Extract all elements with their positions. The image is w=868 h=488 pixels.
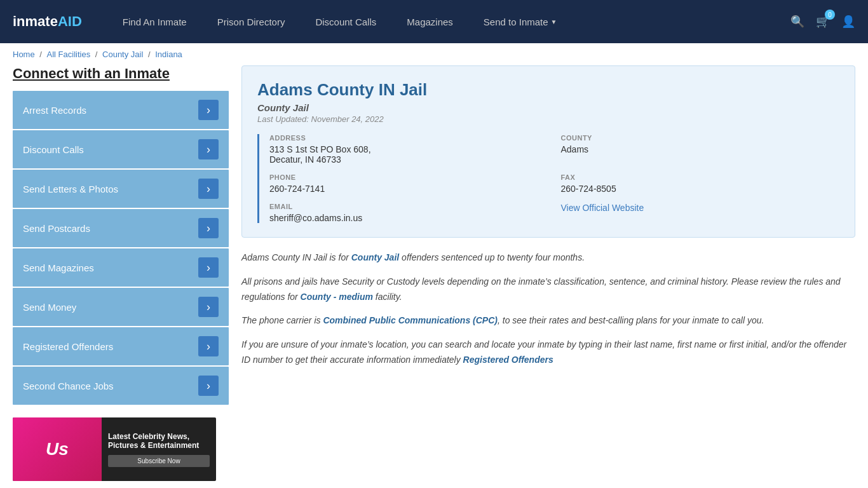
main-content: Connect with an Inmate Arrest Records › … (0, 65, 868, 488)
nav-icons: 🔍 🛒 0 👤 (790, 15, 855, 29)
registered-offenders-link[interactable]: Registered Offenders (463, 355, 553, 365)
breadcrumb-home[interactable]: Home (13, 50, 35, 59)
facility-name: Adams County IN Jail (257, 80, 839, 100)
facility-updated: Last Updated: November 24, 2022 (257, 114, 839, 124)
nav-discount-calls[interactable]: Discount Calls (300, 0, 391, 43)
sidebar-item-label: Second Chance Jobs (23, 381, 114, 391)
sidebar-title: Connect with an Inmate (13, 65, 229, 82)
desc-p3: The phone carrier is Combined Public Com… (241, 313, 855, 329)
ad-text: Latest Celebrity News, Pictures & Entert… (102, 426, 216, 473)
cpc-link[interactable]: Combined Public Communications (CPC) (323, 315, 498, 325)
email-value: sheriff@co.adams.in.us (269, 213, 548, 223)
breadcrumb-indiana[interactable]: Indiana (155, 50, 182, 59)
breadcrumb: Home / All Facilities / County Jail / In… (0, 43, 868, 65)
logo[interactable]: inmateAID (13, 13, 82, 30)
facility-type: County Jail (257, 102, 839, 113)
ad-brand: Us (13, 417, 102, 481)
nav-find-inmate[interactable]: Find An Inmate (107, 0, 202, 43)
sidebar-item-label: Send Letters & Photos (23, 184, 118, 194)
sidebar-item-send-money[interactable]: Send Money › (13, 288, 229, 326)
sidebar-item-label: Send Magazines (23, 262, 94, 273)
nav-prison-directory[interactable]: Prison Directory (202, 0, 301, 43)
arrow-icon: › (198, 376, 219, 396)
address-label: ADDRESS (269, 134, 548, 142)
fax-block: FAX 260-724-8505 (561, 173, 840, 194)
email-label: EMAIL (269, 203, 548, 210)
desc-p1: Adams County IN Jail is for County Jail … (241, 250, 855, 266)
sidebar: Connect with an Inmate Arrest Records › … (13, 65, 229, 481)
sidebar-item-send-magazines[interactable]: Send Magazines › (13, 248, 229, 287)
logo-aid-text: AID (58, 13, 82, 30)
phone-label: PHONE (269, 173, 548, 181)
sidebar-item-label: Arrest Records (23, 105, 86, 116)
ad-subscribe-button[interactable]: Subscribe Now (108, 455, 210, 467)
desc-p4: If you are unsure of your inmate’s locat… (241, 337, 855, 368)
logo-inmate-text: inmate (13, 13, 58, 30)
search-icon[interactable]: 🔍 (790, 15, 804, 29)
user-icon[interactable]: 👤 (841, 15, 855, 29)
desc-p2: All prisons and jails have Security or C… (241, 274, 855, 305)
facility-content: Adams County IN Jail County Jail Last Up… (241, 65, 855, 481)
nav-links: Find An Inmate Prison Directory Discount… (107, 0, 790, 43)
ad-headline: Latest Celebrity News, Pictures & Entert… (108, 432, 210, 450)
arrow-icon: › (198, 218, 219, 238)
sidebar-item-label: Registered Offenders (23, 341, 113, 352)
address-block: ADDRESS 313 S 1st St PO Box 608, Decatur… (269, 134, 548, 165)
cart-icon[interactable]: 🛒 0 (816, 15, 830, 29)
facility-description: Adams County IN Jail is for County Jail … (241, 250, 855, 368)
arrow-icon: › (198, 100, 219, 120)
arrow-icon: › (198, 297, 219, 317)
county-block: COUNTY Adams (561, 134, 840, 165)
county-label: COUNTY (561, 134, 840, 142)
sidebar-item-second-chance-jobs[interactable]: Second Chance Jobs › (13, 367, 229, 405)
sidebar-item-discount-calls[interactable]: Discount Calls › (13, 130, 229, 168)
arrow-icon: › (198, 139, 219, 159)
phone-block: PHONE 260-724-7141 (269, 173, 548, 194)
arrow-icon: › (198, 179, 219, 199)
county-value: Adams (561, 144, 840, 154)
sidebar-item-arrest-records[interactable]: Arrest Records › (13, 91, 229, 129)
breadcrumb-county-jail[interactable]: County Jail (102, 50, 143, 59)
sidebar-item-label: Send Money (23, 302, 76, 313)
phone-value: 260-724-7141 (269, 184, 548, 194)
nav-send-to-inmate[interactable]: Send to Inmate ▼ (468, 0, 573, 43)
navbar: inmateAID Find An Inmate Prison Director… (0, 0, 868, 43)
arrow-icon: › (198, 336, 219, 356)
sidebar-item-registered-offenders[interactable]: Registered Offenders › (13, 327, 229, 365)
sidebar-item-label: Send Postcards (23, 223, 90, 234)
county-jail-link[interactable]: County Jail (351, 252, 399, 262)
fax-label: FAX (561, 173, 840, 181)
send-to-inmate-caret: ▼ (551, 18, 557, 25)
website-block: View Official Website (561, 203, 840, 223)
view-website-link[interactable]: View Official Website (561, 203, 644, 213)
facility-details: ADDRESS 313 S 1st St PO Box 608, Decatur… (257, 134, 839, 223)
sidebar-menu: Arrest Records › Discount Calls › Send L… (13, 91, 229, 405)
sidebar-ad[interactable]: Us Latest Celebrity News, Pictures & Ent… (13, 417, 216, 481)
email-block: EMAIL sheriff@co.adams.in.us (269, 203, 548, 223)
arrow-icon: › (198, 257, 219, 278)
county-medium-link[interactable]: County - medium (301, 292, 373, 302)
sidebar-item-send-postcards[interactable]: Send Postcards › (13, 209, 229, 247)
facility-card: Adams County IN Jail County Jail Last Up… (241, 65, 855, 238)
sidebar-item-send-letters[interactable]: Send Letters & Photos › (13, 170, 229, 208)
fax-value: 260-724-8505 (561, 184, 840, 194)
address-value: 313 S 1st St PO Box 608, Decatur, IN 467… (269, 144, 548, 165)
breadcrumb-all-facilities[interactable]: All Facilities (47, 50, 91, 59)
cart-badge: 0 (825, 10, 835, 20)
nav-magazines[interactable]: Magazines (391, 0, 468, 43)
sidebar-item-label: Discount Calls (23, 144, 84, 155)
